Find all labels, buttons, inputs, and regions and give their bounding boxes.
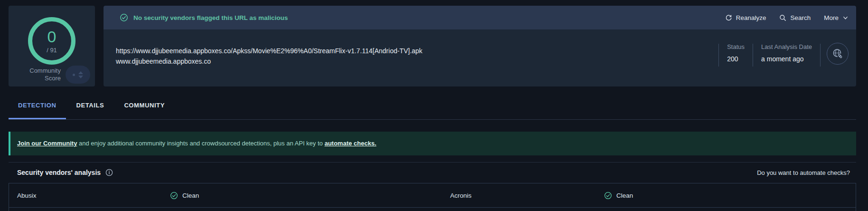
join-community-banner: Join our Community and enjoy additional …	[9, 132, 856, 155]
analysis-meta: Status 200 Last Analysis Date a moment a…	[718, 43, 856, 86]
join-community-text: Join our Community and enjoy additional …	[17, 139, 377, 148]
more-button[interactable]: More	[824, 14, 849, 21]
join-community-middle-text: and enjoy additional community insights …	[77, 140, 324, 147]
search-icon	[779, 14, 786, 21]
header-row: 0 / 91 Community Score No security ve	[9, 6, 856, 86]
vendors-table: Abusix Clean Acronis Clean	[9, 183, 856, 211]
status-block: Status 200	[719, 43, 753, 64]
last-analysis-label: Last Analysis Date	[761, 43, 812, 51]
status-value: 200	[727, 54, 745, 64]
community-vote-widget[interactable]	[66, 66, 90, 84]
globe-link-icon	[831, 48, 844, 60]
tab-detection[interactable]: DETECTION	[9, 102, 66, 119]
vendor-name: Abusix	[17, 192, 170, 199]
vendor-result: Clean	[604, 192, 856, 200]
vendor-result-label: Clean	[182, 192, 199, 199]
check-circle-icon	[120, 13, 128, 22]
score-card: 0 / 91 Community Score	[9, 6, 95, 86]
vendor-result: Clean	[170, 192, 450, 200]
verdict-strip: No security vendors flagged this URL as …	[104, 6, 856, 29]
clean-check-icon	[170, 192, 178, 200]
clean-check-icon	[604, 192, 612, 200]
chevron-down-icon	[842, 15, 849, 21]
reanalyze-icon	[725, 14, 732, 21]
analysis-summary-panel: No security vendors flagged this URL as …	[104, 6, 856, 86]
url-globe-badge	[827, 43, 849, 65]
automate-checks-link[interactable]: automate checks.	[324, 140, 376, 147]
reanalyze-button[interactable]: Reanalyze	[725, 14, 766, 21]
reanalyze-label: Reanalyze	[736, 14, 766, 21]
vendors-analysis-header: Security vendors' analysis Do you want t…	[9, 162, 856, 183]
community-score-label: Community Score	[29, 67, 61, 82]
scanned-url: https://www.djjubeemedia.appboxes.co/Apk…	[116, 46, 714, 56]
table-row	[9, 208, 856, 211]
detection-score-ring: 0 / 91	[27, 16, 76, 66]
vendor-result-label: Clean	[616, 192, 633, 199]
search-button[interactable]: Search	[779, 14, 811, 21]
info-icon[interactable]	[105, 169, 113, 176]
table-row: Abusix Clean Acronis Clean	[9, 183, 856, 208]
join-community-link[interactable]: Join our Community	[17, 140, 77, 147]
status-label: Status	[727, 43, 745, 51]
automate-checks-prompt[interactable]: Do you want to automate checks?	[757, 169, 850, 176]
verdict-text: No security vendors flagged this URL as …	[133, 14, 288, 21]
vote-dot-icon	[73, 74, 75, 76]
last-analysis-block: Last Analysis Date a moment ago	[753, 43, 820, 64]
vendor-name: Acronis	[450, 192, 604, 199]
url-block: https://www.djjubeemedia.appboxes.co/Apk…	[104, 29, 718, 86]
vote-arrows-icon	[78, 71, 83, 78]
report-tabs: DETECTION DETAILS COMMUNITY	[9, 86, 856, 120]
tab-details[interactable]: DETAILS	[67, 102, 114, 119]
vendors-analysis-title: Security vendors' analysis	[17, 169, 101, 176]
last-analysis-value: a moment ago	[761, 54, 812, 64]
more-label: More	[824, 14, 839, 21]
search-label: Search	[790, 14, 811, 21]
tab-community[interactable]: COMMUNITY	[114, 102, 174, 119]
divider	[820, 44, 821, 67]
score-value: 0	[47, 28, 57, 45]
scanned-domain[interactable]: www.djjubeemedia.appboxes.co	[116, 56, 714, 67]
score-denominator: / 91	[47, 47, 57, 54]
